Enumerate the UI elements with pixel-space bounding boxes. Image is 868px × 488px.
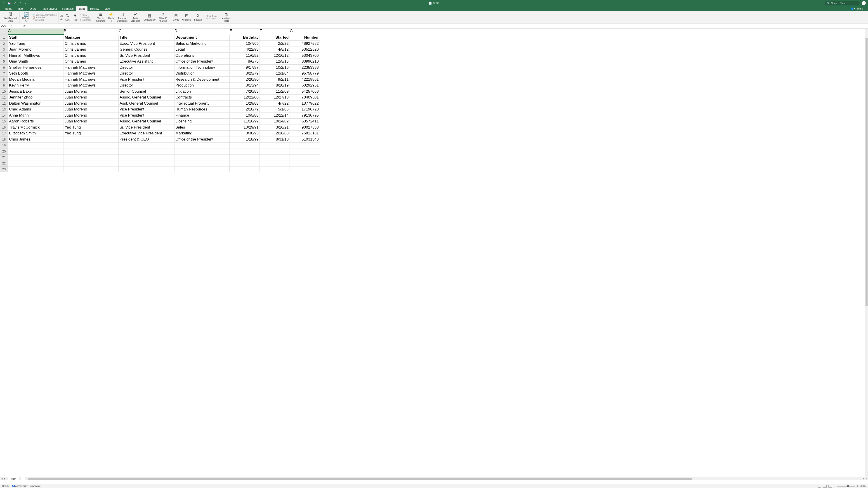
row-header[interactable]: 21 xyxy=(0,155,8,161)
cell[interactable] xyxy=(175,155,230,161)
queries-connections-button[interactable]: 🔗 Queries & Connections xyxy=(33,14,57,16)
cell[interactable] xyxy=(230,155,260,161)
cell[interactable]: 2/20/90 xyxy=(230,76,260,83)
cell[interactable]: General Counsel xyxy=(119,47,175,53)
cell[interactable] xyxy=(260,149,290,155)
cell[interactable] xyxy=(230,160,260,166)
cell[interactable]: Juan Moreno xyxy=(64,95,119,101)
cell[interactable]: 53512520 xyxy=(290,47,320,53)
row-header[interactable]: 13 xyxy=(0,107,8,113)
cell[interactable] xyxy=(230,149,260,155)
cell[interactable]: Hannah Matthews xyxy=(8,53,64,59)
row-header[interactable]: 20 xyxy=(0,149,8,155)
cell[interactable]: Human Resources xyxy=(175,107,230,113)
text-to-columns-button[interactable]: ≣Text to Columns xyxy=(95,12,106,23)
cell[interactable] xyxy=(119,142,175,149)
cell[interactable]: Chris James xyxy=(64,53,119,59)
tab-draw[interactable]: Draw xyxy=(27,6,39,11)
cell[interactable] xyxy=(8,155,64,161)
cell[interactable]: 9/2/11 xyxy=(260,76,290,83)
cell[interactable]: Number xyxy=(290,35,320,41)
cell[interactable]: Title xyxy=(119,35,175,41)
tab-review[interactable]: Review xyxy=(88,6,102,11)
cell[interactable] xyxy=(175,166,230,173)
cell[interactable]: Juan Moreno xyxy=(64,112,119,119)
cell[interactable]: Hannah Matthews xyxy=(64,83,119,89)
cell[interactable] xyxy=(290,149,320,155)
cell[interactable]: Juan Moreno xyxy=(64,107,119,113)
cell[interactable]: 4/5/12 xyxy=(260,47,290,53)
cell[interactable]: Shelley Hernandez xyxy=(8,65,64,71)
row-header[interactable]: 9 xyxy=(0,83,8,89)
cell[interactable] xyxy=(290,155,320,161)
cell[interactable]: 2/16/08 xyxy=(260,131,290,137)
select-all-corner[interactable] xyxy=(0,29,8,35)
fx-icon[interactable]: fx xyxy=(23,24,26,27)
filter-button[interactable]: ▼Filter xyxy=(72,13,79,22)
cell[interactable]: 83996210 xyxy=(290,59,320,65)
edit-links-button[interactable]: ✎ Edit Links xyxy=(33,19,57,21)
row-header[interactable]: 23 xyxy=(0,166,8,173)
cell[interactable]: Sr. Vice President xyxy=(119,125,175,131)
cell[interactable] xyxy=(260,166,290,173)
cell[interactable]: Distribution xyxy=(175,71,230,77)
cell[interactable]: Juan Moreno xyxy=(64,101,119,107)
horizontal-scrollbar[interactable] xyxy=(28,478,859,480)
cell[interactable] xyxy=(175,149,230,155)
cell[interactable]: Production xyxy=(175,83,230,89)
cell[interactable]: Elizabeth Smith xyxy=(8,131,64,137)
cell[interactable]: Exec. Vice President xyxy=(119,41,175,47)
cell[interactable]: 1/18/99 xyxy=(230,136,260,142)
cell[interactable]: Yao Tung xyxy=(64,125,119,131)
row-header[interactable]: 5 xyxy=(0,59,8,65)
cell[interactable]: 95758779 xyxy=(290,71,320,77)
row-header[interactable]: 18 xyxy=(0,136,8,142)
cell[interactable] xyxy=(230,166,260,173)
cell[interactable]: Director xyxy=(119,83,175,89)
cell[interactable]: 11/6/92 xyxy=(230,53,260,59)
cell[interactable]: 3/16/21 xyxy=(260,125,290,131)
cell[interactable]: Staff xyxy=(8,35,64,41)
cell[interactable]: Megan Medina xyxy=(8,76,64,83)
row-header[interactable]: 15 xyxy=(0,119,8,125)
cell[interactable]: Vice President xyxy=(119,112,175,119)
home-icon[interactable]: ⌂ xyxy=(3,2,4,5)
tab-insert[interactable]: Insert xyxy=(15,6,27,11)
sheet-nav-prev-icon[interactable]: ◀ xyxy=(0,478,3,480)
column-header-E[interactable]: E xyxy=(230,29,260,35)
collapse-ribbon-icon[interactable]: ˄ xyxy=(864,7,866,10)
cell[interactable]: Anna Mann xyxy=(8,112,64,119)
cell[interactable]: 2/2/22 xyxy=(260,41,290,47)
cell[interactable]: 5/1/05 xyxy=(260,107,290,113)
row-header[interactable]: 12 xyxy=(0,101,8,107)
cell[interactable]: Chris James xyxy=(64,59,119,65)
column-header-D[interactable]: D xyxy=(175,29,230,35)
cell[interactable]: 7/20/83 xyxy=(230,89,260,95)
cell[interactable]: Sales & Marketing xyxy=(175,41,230,47)
cell[interactable]: 53572411 xyxy=(290,119,320,125)
cell[interactable]: President & CEO xyxy=(119,136,175,142)
tab-home[interactable]: Home xyxy=(2,6,15,11)
cell[interactable]: Contracts xyxy=(175,95,230,101)
clear-filter-button[interactable]: ✕ Clear xyxy=(80,14,91,16)
cell[interactable]: Yao Tung xyxy=(64,131,119,137)
tab-formulas[interactable]: Formulas xyxy=(59,6,76,11)
cell[interactable] xyxy=(119,149,175,155)
cell[interactable]: Kevin Perry xyxy=(8,83,64,89)
name-box[interactable]: A26 ▾ xyxy=(0,24,13,27)
cell[interactable]: Intellectual Property xyxy=(175,101,230,107)
cell[interactable]: 78409501 xyxy=(290,95,320,101)
cell[interactable]: Hannah Matthews xyxy=(64,76,119,83)
cell[interactable]: 48927582 xyxy=(290,41,320,47)
consolidate-button[interactable]: ▦Consolidate xyxy=(143,13,156,22)
cell[interactable] xyxy=(290,142,320,149)
cell[interactable] xyxy=(64,155,119,161)
column-header-F[interactable]: F xyxy=(260,29,290,35)
row-header[interactable]: 14 xyxy=(0,112,8,119)
cell[interactable]: 10/2/16 xyxy=(260,65,290,71)
cell[interactable]: Executive Vice President xyxy=(119,131,175,137)
cell[interactable]: 10/14/02 xyxy=(260,119,290,125)
remove-duplicates-button[interactable]: ❏Remove Duplicates xyxy=(116,12,128,23)
cell[interactable]: 3/13/94 xyxy=(230,83,260,89)
cell[interactable] xyxy=(260,160,290,166)
